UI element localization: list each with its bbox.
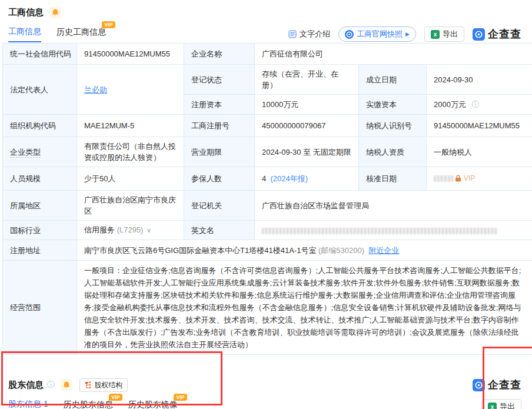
tab-shareholder-info[interactable]: 股东信息1: [8, 399, 48, 409]
vip-badge: VIP: [174, 394, 187, 401]
field-label: 核准日期: [359, 167, 427, 191]
section1-title: 工商信息: [8, 7, 44, 18]
field-value: 10000万元: [255, 95, 359, 115]
info-icon[interactable]: ⓘ: [472, 100, 480, 109]
tab-business-info[interactable]: 工商信息: [8, 26, 41, 42]
business-scope-cell: 一般项目：企业征信业务;信息咨询服务（不含许可类信息咨询服务）;人工智能公共服务…: [77, 261, 532, 355]
business-info-section: 工商信息 工商信息 历史工商信息 VIP 文字介绍 工商官网快照 ▶ x 导出: [0, 0, 532, 355]
qcc-round-icon: [345, 30, 354, 39]
field-value: 广西壮族自治区市场监督管理局: [255, 191, 532, 221]
org-chart-icon: [85, 381, 92, 388]
tab-history-shareholder-mirror[interactable]: 历史股东镜像 VIP: [128, 400, 178, 409]
bell-icon[interactable]: [61, 379, 72, 391]
export-label: 导出: [443, 29, 458, 39]
field-label: 所属地区: [3, 191, 77, 221]
excel-icon: x: [431, 30, 440, 39]
equity-structure-button[interactable]: 股权结构: [79, 378, 128, 392]
chevron-down-icon[interactable]: ∨: [147, 227, 151, 234]
text-intro-label: 文字介绍: [300, 29, 330, 39]
field-label: 法定代表人: [3, 65, 77, 115]
vip-badge: VIP: [102, 21, 115, 28]
industry-code: (L7295): [117, 225, 144, 234]
field-label: 纳税人资质: [359, 137, 427, 167]
official-snapshot-button[interactable]: 工商官网快照 ▶: [338, 26, 416, 42]
industry-cell: 信用服务 (L7295) ∨: [77, 221, 184, 240]
arrow-right-icon: ▶: [405, 31, 410, 37]
export-label: 导出: [500, 401, 515, 409]
field-label: 营业期限: [184, 137, 255, 167]
shareholder-section: 股东信息 ⓘ 股权结构 企查查 股东信息1 历史股东信息 VIP 历史股东镜像: [0, 373, 532, 409]
field-label: 参保人数: [184, 167, 255, 191]
info-icon[interactable]: ⓘ: [47, 380, 55, 390]
business-info-table: 统一社会信用代码 91450000MAE12MUM55 企业名称 广西征信有限公…: [2, 43, 532, 355]
field-label: 实缴资本: [359, 95, 427, 115]
field-value: 450000000079067: [255, 115, 359, 137]
field-label: 企业类型: [3, 137, 77, 167]
field-value: MAE12MUM-5: [77, 115, 184, 137]
field-label: 企业名称: [184, 44, 255, 65]
field-value: 4: [262, 174, 266, 183]
nearby-companies-link[interactable]: 附近企业: [368, 246, 399, 255]
field-value: 一般纳税人: [427, 137, 532, 167]
approval-date-cell: VIP: [427, 167, 532, 191]
bell-icon[interactable]: [49, 6, 61, 18]
qcc-logo-icon: [473, 379, 485, 391]
field-label: 统一社会信用代码: [3, 44, 77, 65]
masked-value: [262, 228, 497, 234]
legal-rep-cell: 兰必勋: [77, 65, 184, 115]
legal-rep-link[interactable]: 兰必勋: [84, 85, 107, 94]
field-value: 存续（在营、开业、在册）: [255, 65, 359, 95]
tab-label: 历史股东镜像: [128, 400, 178, 409]
field-label: 注册地址: [3, 240, 77, 261]
field-value: 广西壮族自治区南宁市良庆区: [77, 191, 184, 221]
field-label: 工商注册号: [184, 115, 255, 137]
masked-value: [434, 175, 454, 182]
field-value: 有限责任公司（非自然人投资或控股的法人独资）: [77, 137, 184, 167]
field-value: 少于50人: [77, 167, 184, 191]
field-label: 注册资本: [184, 95, 255, 115]
field-label: 登记状态: [184, 65, 255, 95]
field-label: 国标行业: [3, 221, 77, 240]
qcc-brand-name: 企查查: [488, 27, 521, 41]
qcc-brand-name: 企查查: [488, 378, 521, 392]
annual-report-link[interactable]: (2024年报): [270, 174, 308, 183]
qcc-logo-icon: [473, 28, 485, 41]
tab-label: 历史工商信息: [56, 27, 106, 36]
qcc-brand: 企查查: [473, 27, 521, 41]
tab-label: 股东信息: [8, 399, 41, 408]
excel-icon: x: [488, 403, 497, 409]
text-intro-button[interactable]: 文字介绍: [288, 29, 330, 39]
postcode: (邮编530200): [318, 246, 364, 255]
paid-capital-cell: 2000万元 ⓘ: [427, 95, 532, 115]
field-label: 组织机构代码: [3, 115, 77, 137]
section2-title: 股东信息: [8, 380, 44, 391]
company-type-label: 企业类型: [10, 148, 41, 158]
field-value: 91450000MAE12MUM55: [77, 44, 184, 65]
tab-history-business-info[interactable]: 历史工商信息 VIP: [56, 27, 106, 42]
insured-count-cell: 4 (2024年报): [255, 167, 359, 191]
tab-history-shareholder-info[interactable]: 历史股东信息 VIP: [64, 400, 113, 409]
vip-faint-label: VIP: [464, 173, 475, 184]
english-name-cell: [255, 221, 532, 240]
reg-address-cell: 南宁市良庆区飞云路6号GIG国际金融资本中心T1塔楼41楼41A-1号室 (邮编…: [77, 240, 532, 261]
field-value: 91450000MAE12MUM55: [427, 115, 532, 137]
field-value: 广西征信有限公司: [255, 44, 532, 65]
field-value: 2000万元: [434, 100, 466, 109]
field-value: 2024-09-30 至 无固定期限: [255, 137, 359, 167]
field-label: 登记机关: [184, 191, 255, 221]
export-button[interactable]: x 导出: [424, 26, 464, 42]
field-label: 人员规模: [3, 167, 77, 191]
document-icon: [288, 30, 297, 38]
tab-label: 工商信息: [8, 26, 41, 36]
field-value: 2024-09-30: [427, 65, 532, 95]
field-value: 南宁市良庆区飞云路6号GIG国际金融资本中心T1塔楼41楼41A-1号室: [84, 246, 316, 255]
export-button[interactable]: x 导出: [481, 399, 521, 409]
field-label: 成立日期: [359, 65, 427, 95]
equity-structure-label: 股权结构: [94, 380, 122, 390]
field-label: 英文名: [184, 221, 255, 240]
field-label: 纳税人识别号: [359, 115, 427, 137]
lock-icon: [455, 175, 461, 182]
vip-badge: VIP: [109, 394, 122, 401]
qcc-brand: 企查查: [473, 378, 521, 392]
snapshot-label: 工商官网快照: [357, 29, 403, 39]
